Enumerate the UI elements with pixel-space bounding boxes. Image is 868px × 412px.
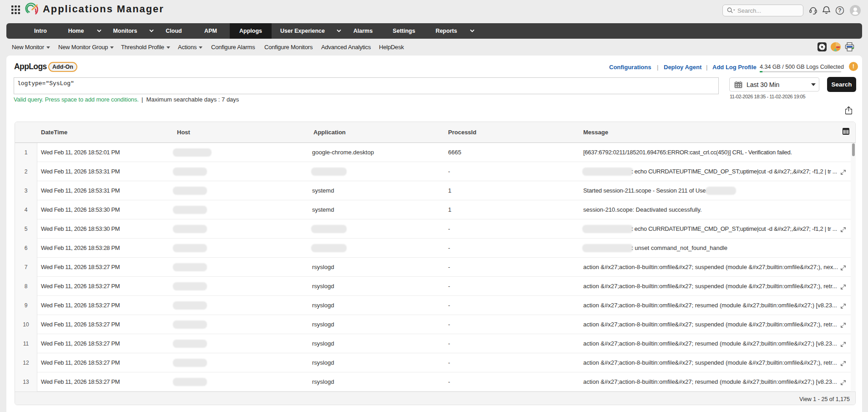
svg-text:?: ? <box>838 7 841 14</box>
